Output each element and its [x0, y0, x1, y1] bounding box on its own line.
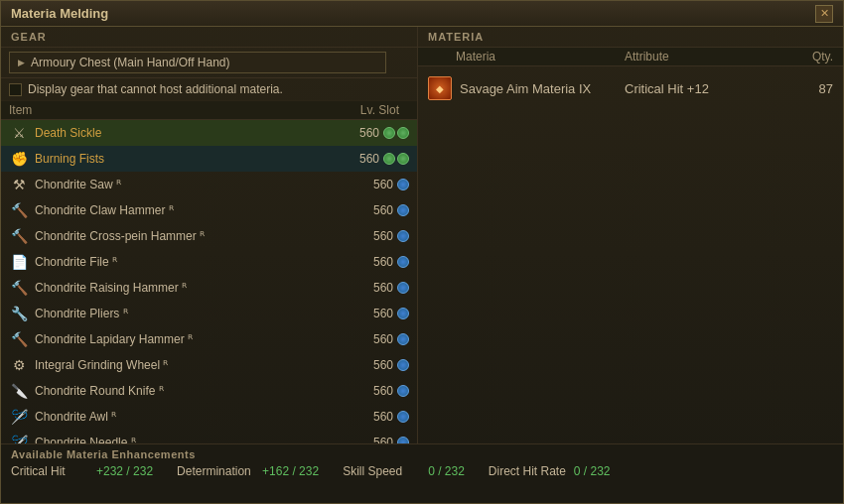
window-title: Materia Melding [11, 6, 108, 21]
stat-value: +232 / 232 [96, 464, 153, 478]
slot-dot [397, 127, 409, 139]
gear-dropdown[interactable]: Armoury Chest (Main Hand/Off Hand) [9, 52, 386, 73]
gear-list[interactable]: ⚔Death Sickle560✊Burning Fists560⚒Chondr… [1, 120, 417, 443]
gear-name: Chondrite Round Knife ᴿ [35, 384, 358, 398]
stat-name: Critical Hit [11, 464, 90, 478]
gear-level: 560 [358, 436, 393, 443]
avail-label: Available Materia Enhancements [11, 448, 833, 460]
gear-selector: Armoury Chest (Main Hand/Off Hand) [1, 48, 417, 78]
gear-level: 560 [358, 307, 393, 320]
checkbox-label: Display gear that cannot host additional… [28, 82, 283, 96]
gear-level: 560 [358, 178, 393, 191]
gear-name: Chondrite Cross-pein Hammer ᴿ [35, 229, 358, 243]
gear-row[interactable]: 🪡Chondrite Awl ᴿ560 [1, 404, 417, 430]
gear-name: Chondrite Pliers ᴿ [35, 307, 358, 320]
slot-dot [383, 153, 395, 165]
slot-dot [397, 204, 409, 216]
gear-name: Chondrite Raising Hammer ᴿ [35, 281, 358, 295]
slot-indicators [397, 359, 409, 371]
gear-icon: 🔨 [9, 278, 29, 298]
gear-level: 560 [358, 281, 393, 295]
display-checkbox[interactable] [9, 83, 22, 96]
bottom-bar: Available Materia Enhancements Critical … [1, 443, 843, 503]
slot-dot [397, 282, 409, 294]
slot-indicators [397, 256, 409, 268]
stats-row: Critical Hit+232 / 232Determination+162 … [11, 464, 833, 478]
materia-row[interactable]: Savage Aim Materia IXCritical Hit +1287 [428, 70, 833, 106]
col-header-item: Item [9, 103, 330, 117]
gear-row[interactable]: 🔨Chondrite Lapidary Hammer ᴿ560 [1, 326, 417, 352]
slot-indicators [397, 179, 409, 190]
gear-row[interactable]: 🔨Chondrite Raising Hammer ᴿ560 [1, 275, 417, 301]
gear-row[interactable]: ⚒Chondrite Saw ᴿ560 [1, 172, 417, 197]
slot-dot [397, 437, 409, 443]
gear-row[interactable]: 🔨Chondrite Cross-pein Hammer ᴿ560 [1, 223, 417, 249]
gear-name: Death Sickle [35, 126, 345, 140]
slot-dot [397, 179, 409, 190]
gear-row[interactable]: ⚔Death Sickle560 [1, 120, 417, 146]
gear-icon: 🔨 [9, 226, 29, 246]
stat-item: Skill Speed0 / 232 [343, 464, 465, 478]
close-button[interactable]: ✕ [815, 5, 833, 23]
stat-name: Determination [177, 464, 256, 478]
gear-name: Chondrite Needle ᴿ [35, 436, 358, 443]
slot-indicators [397, 385, 409, 397]
gear-name: Chondrite File ᴿ [35, 255, 358, 269]
gear-row[interactable]: 📄Chondrite File ᴿ560 [1, 249, 417, 275]
col-header-attribute: Attribute [625, 50, 783, 63]
materia-name: Savage Aim Materia IX [460, 81, 625, 96]
gear-level: 560 [345, 152, 379, 166]
gear-row[interactable]: ⚙Integral Grinding Wheel ᴿ560 [1, 352, 417, 378]
slot-dot [397, 230, 409, 242]
column-headers: Item Lv. Slot [1, 101, 417, 120]
gear-row[interactable]: 🔪Chondrite Round Knife ᴿ560 [1, 378, 417, 404]
materia-icon [428, 76, 452, 100]
title-bar: Materia Melding ✕ [1, 1, 843, 27]
gear-level: 560 [358, 332, 393, 346]
gear-section-header: GEAR [1, 27, 417, 48]
main-content: GEAR Armoury Chest (Main Hand/Off Hand) … [1, 27, 843, 443]
gear-icon: ⚙ [9, 355, 29, 375]
materia-list: Savage Aim Materia IXCritical Hit +1287 [418, 66, 843, 443]
gear-icon: ⚔ [9, 123, 29, 143]
gear-name: Chondrite Lapidary Hammer ᴿ [35, 332, 358, 346]
stat-item: Determination+162 / 232 [177, 464, 319, 478]
slot-indicators [397, 308, 409, 319]
gear-name: Chondrite Claw Hammer ᴿ [35, 203, 358, 217]
gear-icon: 🪡 [9, 433, 29, 443]
gear-icon: 🔨 [9, 200, 29, 220]
col-header-qty: Qty. [783, 50, 833, 63]
gear-name: Integral Grinding Wheel ᴿ [35, 358, 358, 372]
slot-dot [397, 411, 409, 423]
gear-row[interactable]: 🪡Chondrite Needle ᴿ560 [1, 430, 417, 443]
stat-value: 0 / 232 [574, 464, 611, 478]
gear-level: 560 [358, 384, 393, 398]
gear-icon: 🪡 [9, 407, 29, 427]
gear-row[interactable]: 🔧Chondrite Pliers ᴿ560 [1, 301, 417, 326]
slot-indicators [397, 411, 409, 423]
slot-dot [397, 308, 409, 319]
slot-dot [397, 153, 409, 165]
gear-icon: ⚒ [9, 175, 29, 194]
gear-icon: 🔨 [9, 329, 29, 349]
materia-section-header: MATERIA [418, 27, 843, 48]
materia-qty: 87 [783, 81, 833, 96]
gear-row[interactable]: ✊Burning Fists560 [1, 146, 417, 172]
right-panel: MATERIA Materia Attribute Qty. Savage Ai… [418, 27, 843, 443]
col-header-lv: Lv. Slot [330, 103, 409, 117]
slot-indicators [383, 153, 409, 165]
slot-indicators [397, 437, 409, 443]
slot-dot [397, 256, 409, 268]
slot-indicators [383, 127, 409, 139]
gear-row[interactable]: 🔨Chondrite Claw Hammer ᴿ560 [1, 197, 417, 223]
gear-icon: 🔪 [9, 381, 29, 401]
gear-name: Burning Fists [35, 152, 345, 166]
gear-level: 560 [358, 358, 393, 372]
gear-icon: 🔧 [9, 304, 29, 323]
slot-dot [397, 385, 409, 397]
stat-value: 0 / 232 [428, 464, 465, 478]
gear-icon: 📄 [9, 252, 29, 272]
materia-melding-window: Materia Melding ✕ GEAR Armoury Chest (Ma… [0, 0, 844, 504]
slot-dot [397, 333, 409, 345]
slot-indicators [397, 230, 409, 242]
